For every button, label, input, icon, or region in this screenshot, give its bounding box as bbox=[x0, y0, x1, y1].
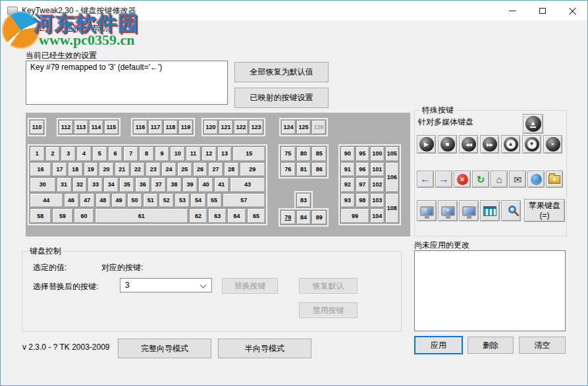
key-93[interactable]: 93 bbox=[340, 193, 355, 208]
key-21[interactable]: 21 bbox=[115, 162, 130, 177]
key-113[interactable]: 113 bbox=[74, 120, 88, 134]
key-19[interactable]: 19 bbox=[84, 162, 99, 177]
web-button[interactable] bbox=[527, 171, 545, 188]
menu-item-help[interactable]: 帮助 bbox=[86, 20, 114, 37]
maximize-button[interactable] bbox=[527, 1, 557, 20]
key-1[interactable]: 1 bbox=[30, 146, 45, 161]
key-101[interactable]: 101 bbox=[370, 162, 385, 177]
key-8[interactable]: 8 bbox=[139, 146, 154, 161]
key-24[interactable]: 24 bbox=[161, 162, 176, 177]
key-43[interactable]: 43 bbox=[230, 177, 265, 192]
volume-up-button[interactable]: ▲ bbox=[501, 135, 520, 153]
key-103[interactable]: 103 bbox=[370, 193, 385, 208]
key-52[interactable]: 52 bbox=[159, 193, 174, 208]
menu-item-restore[interactable]: 还原 bbox=[59, 20, 86, 37]
key-46[interactable]: 46 bbox=[64, 193, 79, 208]
key-89[interactable]: 89 bbox=[311, 210, 327, 225]
key-34[interactable]: 34 bbox=[103, 177, 119, 192]
key-79[interactable]: 79 bbox=[281, 210, 296, 225]
home-button[interactable]: ⌂ bbox=[491, 171, 508, 188]
forward-button[interactable]: → bbox=[435, 171, 452, 188]
mapped-keys-settings-button[interactable]: 已映射的按键设置 bbox=[234, 88, 329, 108]
half-wizard-mode-button[interactable]: 半向导模式 bbox=[218, 339, 311, 358]
key-5[interactable]: 5 bbox=[92, 146, 107, 161]
key-44[interactable]: 44 bbox=[30, 193, 63, 208]
key-90[interactable]: 90 bbox=[340, 146, 355, 161]
key-119[interactable]: 119 bbox=[178, 120, 193, 134]
key-63[interactable]: 63 bbox=[208, 208, 227, 223]
key-114[interactable]: 114 bbox=[89, 120, 103, 134]
key-97[interactable]: 97 bbox=[356, 177, 370, 192]
key-83[interactable]: 83 bbox=[296, 193, 311, 207]
key-92[interactable]: 92 bbox=[340, 177, 355, 192]
restore-all-defaults-button[interactable]: 全部恢复为默认值 bbox=[234, 62, 329, 82]
key-3[interactable]: 3 bbox=[61, 146, 76, 161]
key-104[interactable]: 104 bbox=[370, 208, 385, 223]
key-55[interactable]: 55 bbox=[207, 193, 222, 208]
favorites-button[interactable]: ★ bbox=[546, 171, 563, 188]
apply-button[interactable]: 应用 bbox=[414, 336, 463, 354]
key-28[interactable]: 28 bbox=[224, 162, 239, 177]
key-61[interactable]: 61 bbox=[95, 208, 188, 223]
key-59[interactable]: 59 bbox=[52, 208, 74, 223]
rewind-button[interactable]: ◀◀ bbox=[459, 135, 478, 153]
key-98[interactable]: 98 bbox=[356, 193, 370, 208]
key-84[interactable]: 84 bbox=[296, 210, 311, 225]
key-117[interactable]: 117 bbox=[148, 120, 163, 134]
key-60[interactable]: 60 bbox=[74, 208, 94, 223]
key-6[interactable]: 6 bbox=[108, 146, 123, 161]
key-105[interactable]: 105 bbox=[385, 146, 400, 161]
key-29[interactable]: 29 bbox=[240, 162, 265, 177]
key-95[interactable]: 95 bbox=[356, 146, 370, 161]
key-112[interactable]: 112 bbox=[59, 120, 73, 134]
key-13[interactable]: 13 bbox=[217, 146, 232, 161]
key-31[interactable]: 31 bbox=[57, 177, 72, 192]
key-4[interactable]: 4 bbox=[76, 146, 92, 161]
key-49[interactable]: 49 bbox=[111, 193, 126, 208]
key-81[interactable]: 81 bbox=[296, 162, 311, 177]
key-35[interactable]: 35 bbox=[119, 177, 134, 192]
key-11[interactable]: 11 bbox=[186, 146, 201, 161]
mute-button[interactable]: × bbox=[543, 135, 562, 153]
key-99[interactable]: 99 bbox=[340, 208, 369, 223]
key-110[interactable]: 110 bbox=[30, 120, 44, 134]
key-17[interactable]: 17 bbox=[52, 162, 67, 177]
key-121[interactable]: 121 bbox=[219, 120, 233, 134]
calculator-button[interactable] bbox=[480, 200, 500, 221]
key-120[interactable]: 120 bbox=[203, 120, 218, 134]
key-85[interactable]: 85 bbox=[311, 146, 327, 161]
key-36[interactable]: 36 bbox=[135, 177, 150, 192]
key-123[interactable]: 123 bbox=[249, 120, 263, 134]
key-118[interactable]: 118 bbox=[163, 120, 178, 134]
key-26[interactable]: 26 bbox=[193, 162, 208, 177]
remap-key-button[interactable]: 替换按键 bbox=[222, 278, 278, 294]
replacement-key-select[interactable]: 3 bbox=[120, 278, 212, 292]
play-button[interactable]: ▶ bbox=[417, 135, 436, 153]
full-wizard-mode-button[interactable]: 完整向导模式 bbox=[118, 339, 211, 358]
key-33[interactable]: 33 bbox=[88, 177, 103, 192]
pending-changes-list[interactable] bbox=[414, 250, 566, 331]
refresh-button[interactable]: ↻ bbox=[472, 171, 489, 188]
disable-key-button[interactable]: 禁用按键 bbox=[299, 302, 358, 318]
fast-forward-button[interactable]: ▶▶ bbox=[480, 135, 499, 153]
key-50[interactable]: 50 bbox=[127, 193, 142, 208]
search-button[interactable] bbox=[501, 200, 521, 221]
clear-button[interactable]: 清空 bbox=[519, 337, 566, 354]
key-27[interactable]: 27 bbox=[208, 162, 223, 177]
key-22[interactable]: 22 bbox=[130, 162, 146, 177]
key-38[interactable]: 38 bbox=[167, 177, 182, 192]
key-30[interactable]: 30 bbox=[30, 177, 56, 192]
delete-button[interactable]: 删除 bbox=[468, 337, 514, 354]
key-15[interactable]: 15 bbox=[232, 146, 265, 161]
key-47[interactable]: 47 bbox=[80, 193, 95, 208]
key-20[interactable]: 20 bbox=[99, 162, 114, 177]
key-125[interactable]: 125 bbox=[296, 120, 311, 134]
key-39[interactable]: 39 bbox=[182, 177, 198, 192]
key-86[interactable]: 86 bbox=[311, 162, 327, 177]
key-54[interactable]: 54 bbox=[190, 193, 205, 208]
menu-item-file[interactable]: 文件 bbox=[3, 20, 31, 37]
key-108[interactable]: 108 bbox=[385, 193, 400, 223]
sleep-button[interactable]: ☾ bbox=[417, 200, 437, 221]
key-9[interactable]: 9 bbox=[155, 146, 170, 161]
minimize-button[interactable] bbox=[498, 1, 527, 20]
